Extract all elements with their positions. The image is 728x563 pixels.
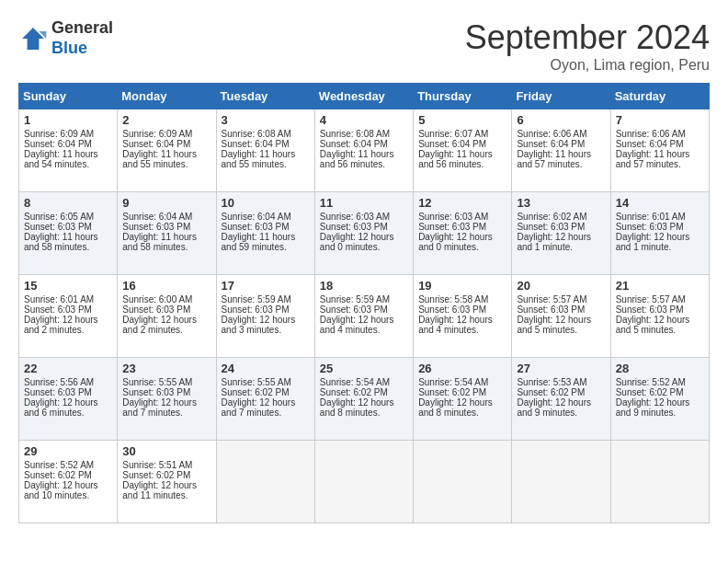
cell-day-6: 6 Sunrise: 6:06 AM Sunset: 6:04 PM Dayli… <box>512 109 610 192</box>
sunrise-label: Sunrise: 6:08 AM <box>222 129 291 139</box>
sunset-label: Sunset: 6:02 PM <box>24 470 92 480</box>
daylight-label: Daylight: 12 hours and 8 minutes. <box>418 397 493 418</box>
daylight-label: Daylight: 12 hours and 9 minutes. <box>517 397 591 418</box>
calendar-header-row: Sunday Monday Tuesday Wednesday Thursday… <box>19 84 710 109</box>
day-number: 20 <box>517 279 605 293</box>
col-tuesday: Tuesday <box>216 84 314 109</box>
daylight-label: Daylight: 11 hours and 56 minutes. <box>320 149 394 169</box>
sunrise-label: Sunrise: 6:06 AM <box>517 129 586 139</box>
cell-day-26: 26 Sunrise: 5:54 AM Sunset: 6:02 PM Dayl… <box>414 358 512 441</box>
day-number: 3 <box>222 113 310 127</box>
day-number: 23 <box>122 362 210 375</box>
cell-day-1: 1 Sunrise: 6:09 AM Sunset: 6:04 PM Dayli… <box>19 109 118 192</box>
sunset-label: Sunset: 6:03 PM <box>517 304 585 315</box>
daylight-label: Daylight: 11 hours and 57 minutes. <box>616 149 690 169</box>
cell-day-18: 18 Sunrise: 5:59 AM Sunset: 6:03 PM Dayl… <box>314 275 413 358</box>
sunset-label: Sunset: 6:03 PM <box>418 304 486 315</box>
daylight-label: Daylight: 11 hours and 55 minutes. <box>222 149 296 169</box>
cell-day-3: 3 Sunrise: 6:08 AM Sunset: 6:04 PM Dayli… <box>216 109 314 192</box>
daylight-label: Daylight: 11 hours and 58 minutes. <box>122 232 197 252</box>
calendar-week-2: 8 Sunrise: 6:05 AM Sunset: 6:03 PM Dayli… <box>19 192 710 275</box>
sunrise-label: Sunrise: 5:52 AM <box>616 377 686 387</box>
day-number: 7 <box>616 113 704 127</box>
day-number: 10 <box>222 196 310 210</box>
sunrise-label: Sunrise: 6:02 AM <box>517 212 586 222</box>
sunrise-label: Sunrise: 5:59 AM <box>320 294 390 304</box>
sunrise-label: Sunrise: 5:54 AM <box>320 377 390 387</box>
day-number: 22 <box>24 362 112 375</box>
cell-day-4: 4 Sunrise: 6:08 AM Sunset: 6:04 PM Dayli… <box>314 109 413 192</box>
day-number: 5 <box>418 113 506 127</box>
daylight-label: Daylight: 12 hours and 7 minutes. <box>222 397 296 418</box>
sunrise-label: Sunrise: 5:57 AM <box>517 294 586 304</box>
cell-day-28: 28 Sunrise: 5:52 AM Sunset: 6:02 PM Dayl… <box>610 358 709 441</box>
day-number: 27 <box>517 362 605 375</box>
sunset-label: Sunset: 6:03 PM <box>616 222 684 232</box>
cell-day-17: 17 Sunrise: 5:59 AM Sunset: 6:03 PM Dayl… <box>216 275 314 358</box>
logo-text: General Blue <box>51 18 113 58</box>
sunset-label: Sunset: 6:03 PM <box>616 304 684 315</box>
daylight-label: Daylight: 11 hours and 58 minutes. <box>24 232 98 252</box>
day-number: 13 <box>517 196 605 210</box>
sunrise-label: Sunrise: 5:54 AM <box>418 377 488 387</box>
cell-day-27: 27 Sunrise: 5:53 AM Sunset: 6:02 PM Dayl… <box>512 358 610 441</box>
cell-day-22: 22 Sunrise: 5:56 AM Sunset: 6:03 PM Dayl… <box>19 358 118 441</box>
sunset-label: Sunset: 6:03 PM <box>320 304 388 315</box>
cell-day-20: 20 Sunrise: 5:57 AM Sunset: 6:03 PM Dayl… <box>512 275 610 358</box>
day-number: 9 <box>122 196 210 210</box>
sunset-label: Sunset: 6:04 PM <box>24 139 92 149</box>
daylight-label: Daylight: 12 hours and 11 minutes. <box>122 480 197 500</box>
sunrise-label: Sunrise: 6:06 AM <box>616 129 686 139</box>
sunrise-label: Sunrise: 6:04 AM <box>122 212 192 222</box>
day-number: 8 <box>24 196 112 210</box>
cell-day-23: 23 Sunrise: 5:55 AM Sunset: 6:03 PM Dayl… <box>118 358 216 441</box>
cell-empty <box>216 441 314 523</box>
day-number: 12 <box>418 196 506 210</box>
cell-day-10: 10 Sunrise: 6:04 AM Sunset: 6:03 PM Dayl… <box>216 192 314 275</box>
col-sunday: Sunday <box>19 84 118 109</box>
cell-day-7: 7 Sunrise: 6:06 AM Sunset: 6:04 PM Dayli… <box>610 109 709 192</box>
cell-day-12: 12 Sunrise: 6:03 AM Sunset: 6:03 PM Dayl… <box>414 192 512 275</box>
daylight-label: Daylight: 12 hours and 6 minutes. <box>24 397 98 418</box>
sunset-label: Sunset: 6:03 PM <box>320 222 388 232</box>
daylight-label: Daylight: 12 hours and 9 minutes. <box>616 397 690 418</box>
sunset-label: Sunset: 6:04 PM <box>122 139 190 149</box>
sunset-label: Sunset: 6:02 PM <box>320 387 388 397</box>
sunset-label: Sunset: 6:03 PM <box>418 222 486 232</box>
day-number: 14 <box>616 196 704 210</box>
sunset-label: Sunset: 6:03 PM <box>222 304 290 315</box>
cell-day-30: 30 Sunrise: 5:51 AM Sunset: 6:02 PM Dayl… <box>118 441 216 523</box>
sunrise-label: Sunrise: 6:01 AM <box>616 212 686 222</box>
sunset-label: Sunset: 6:04 PM <box>222 139 290 149</box>
cell-day-29: 29 Sunrise: 5:52 AM Sunset: 6:02 PM Dayl… <box>19 441 118 523</box>
sunrise-label: Sunrise: 5:55 AM <box>122 377 192 387</box>
sunset-label: Sunset: 6:02 PM <box>517 387 585 397</box>
day-number: 25 <box>320 362 408 375</box>
sunrise-label: Sunrise: 5:58 AM <box>418 294 488 304</box>
daylight-label: Daylight: 12 hours and 4 minutes. <box>418 315 493 335</box>
col-monday: Monday <box>118 84 216 109</box>
cell-day-14: 14 Sunrise: 6:01 AM Sunset: 6:03 PM Dayl… <box>610 192 709 275</box>
col-wednesday: Wednesday <box>314 84 413 109</box>
cell-empty <box>512 441 610 523</box>
sunrise-label: Sunrise: 5:52 AM <box>24 460 94 470</box>
daylight-label: Daylight: 12 hours and 0 minutes. <box>418 232 493 252</box>
col-saturday: Saturday <box>610 84 709 109</box>
daylight-label: Daylight: 12 hours and 1 minute. <box>517 232 591 252</box>
sunrise-label: Sunrise: 6:05 AM <box>24 212 94 222</box>
sunset-label: Sunset: 6:03 PM <box>24 304 92 315</box>
cell-day-25: 25 Sunrise: 5:54 AM Sunset: 6:02 PM Dayl… <box>314 358 413 441</box>
calendar-week-4: 22 Sunrise: 5:56 AM Sunset: 6:03 PM Dayl… <box>19 358 710 441</box>
title-block: September 2024 Oyon, Lima region, Peru <box>465 18 710 74</box>
day-number: 4 <box>320 113 408 127</box>
sunrise-label: Sunrise: 6:09 AM <box>24 129 94 139</box>
cell-day-19: 19 Sunrise: 5:58 AM Sunset: 6:03 PM Dayl… <box>414 275 512 358</box>
daylight-label: Daylight: 11 hours and 56 minutes. <box>418 149 493 169</box>
cell-day-24: 24 Sunrise: 5:55 AM Sunset: 6:02 PM Dayl… <box>216 358 314 441</box>
day-number: 1 <box>24 113 112 127</box>
day-number: 21 <box>616 279 704 293</box>
daylight-label: Daylight: 12 hours and 3 minutes. <box>222 315 296 335</box>
sunrise-label: Sunrise: 5:51 AM <box>122 460 192 470</box>
day-number: 15 <box>24 279 112 293</box>
sunset-label: Sunset: 6:03 PM <box>122 304 190 315</box>
